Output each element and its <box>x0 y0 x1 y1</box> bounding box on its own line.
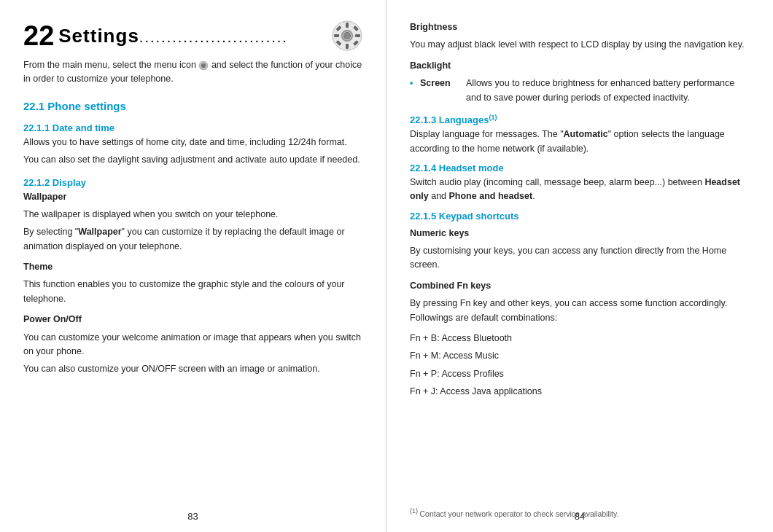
backlight-heading: Backlight <box>410 59 750 73</box>
bullet-dot-screen: • <box>410 77 417 105</box>
section-22-1-heading: 22.1 Phone settings <box>23 100 362 112</box>
svg-point-13 <box>201 63 206 68</box>
intro-text: From the main menu, select the menu icon… <box>23 58 362 87</box>
page-number-left: 83 <box>187 511 198 522</box>
date-time-text-2: You can also set the daylight saving adj… <box>23 153 362 167</box>
right-column: Brightness You may adjust black level wi… <box>386 0 773 532</box>
fn-key-item: Fn + P: Access Profiles <box>410 367 750 381</box>
subsection-22-1-1-heading: 22.1.1 Date and time <box>23 122 362 133</box>
power-text-1: You can customize your welcome animation… <box>23 331 362 359</box>
svg-point-11 <box>344 33 350 39</box>
wallpaper-text-1: The wallpaper is displayed when you swit… <box>23 208 362 222</box>
svg-rect-5 <box>355 34 360 37</box>
svg-rect-3 <box>346 44 349 49</box>
power-onoff-heading: Power On/Off <box>23 313 362 326</box>
power-text-2: You can also customize your ON/OFF scree… <box>23 362 362 376</box>
combined-fn-heading: Combined Fn keys <box>410 279 750 293</box>
fn-key-item: Fn + M: Access Music <box>410 349 750 363</box>
fn-key-item: Fn + B: Access Bluetooth <box>410 332 750 345</box>
menu-icon-inline <box>198 60 209 71</box>
languages-text: Display language for messages. The "Auto… <box>410 128 750 156</box>
footnote-text: Contact your network operator to check s… <box>420 509 619 517</box>
headset-text: Switch audio play (incoming call, messag… <box>410 176 750 204</box>
subsection-22-1-4-heading: 22.1.4 Headset mode <box>410 163 750 173</box>
fn-keys-list: Fn + B: Access BluetoothFn + M: Access M… <box>410 332 750 403</box>
svg-rect-2 <box>346 23 349 28</box>
subsection-22-1-2-heading: 22.1.2 Display <box>23 177 362 188</box>
brightness-text: You may adjust black level with respect … <box>410 38 750 52</box>
chapter-title: Settings........................... <box>58 25 326 47</box>
fn-key-item: Fn + J: Access Java applications <box>410 385 750 399</box>
page-number-right: 84 <box>575 511 585 522</box>
date-time-text-1: Allows you to have settings of home city… <box>23 136 362 149</box>
subsection-22-1-5-heading: 22.1.5 Keypad shortcuts <box>410 211 750 222</box>
screen-label: Screen <box>420 77 460 105</box>
numeric-keys-text: By customising your keys, you can access… <box>410 244 750 273</box>
svg-rect-4 <box>334 34 339 37</box>
combined-fn-text: By pressing Fn key and other keys, you c… <box>410 297 750 325</box>
wallpaper-text-2: By selecting "Wallpaper" you can customi… <box>23 225 362 254</box>
wallpaper-heading: Wallpaper <box>23 190 362 204</box>
chapter-number: 22 <box>23 22 54 50</box>
footnote-sup: (1) <box>410 507 420 515</box>
subsection-22-1-3-heading: 22.1.3 Languages(1) <box>410 114 750 125</box>
theme-heading: Theme <box>23 260 362 274</box>
chapter-heading: 22 Settings........................... <box>23 20 362 51</box>
numeric-keys-heading: Numeric keys <box>410 227 750 240</box>
theme-text: This function enables you to customize t… <box>23 278 362 306</box>
brightness-heading: Brightness <box>410 20 750 34</box>
screen-bullet: • Screen Allows you to reduce brightness… <box>410 77 750 105</box>
left-column: 22 Settings........................... <box>0 0 386 532</box>
screen-text: Allows you to reduce brightness for enha… <box>466 77 750 105</box>
settings-gear-icon <box>332 20 362 51</box>
page-container: 22 Settings........................... <box>0 0 773 532</box>
